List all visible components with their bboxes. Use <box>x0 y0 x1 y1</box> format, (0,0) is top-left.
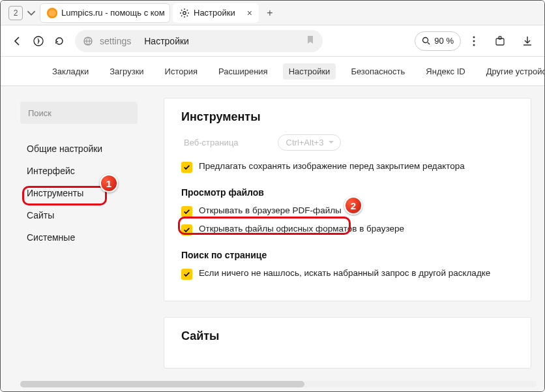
settings-top-tabs: Закладки Загрузки История Расширения Нас… <box>1 57 544 85</box>
disabled-label: Веб-страница <box>184 138 239 147</box>
bookmark-icon[interactable] <box>306 35 315 47</box>
tab-label: Настройки <box>194 8 235 18</box>
shortcut-dropdown[interactable]: Ctrl+Alt+3 <box>278 134 342 151</box>
sites-panel: Сайты <box>164 317 531 369</box>
opt-office-label: Открывать файлы офисных форматов в брауз… <box>199 224 404 234</box>
sidebar-item-general[interactable]: Общие настройки <box>20 138 138 159</box>
tab-count[interactable]: 2 <box>8 6 23 20</box>
page-title-in-url: Настройки <box>144 36 189 46</box>
sidebar-item-interface[interactable]: Интерфейс <box>20 160 138 181</box>
page-search-heading: Поиск по странице <box>181 250 514 260</box>
sidebar-item-sites[interactable]: Сайты <box>20 205 138 226</box>
tab-label: Lumpics.ru - помощь с ком <box>61 8 165 18</box>
svg-point-7 <box>473 36 475 38</box>
tab-lumpics[interactable]: Lumpics.ru - помощь с ком <box>40 3 170 23</box>
toptab-security[interactable]: Безопасность <box>345 63 411 80</box>
url-text: settings <box>100 36 131 46</box>
reload-button[interactable] <box>49 31 70 52</box>
search-placeholder: Поиск <box>28 108 52 118</box>
sidebar-item-tools[interactable]: Инструменты <box>20 183 138 204</box>
settings-search-input[interactable]: Поиск <box>20 102 138 124</box>
callout-2: 2 <box>344 196 362 215</box>
horizontal-scrollbar[interactable] <box>20 381 537 387</box>
address-bar[interactable]: settings Настройки <box>75 30 323 52</box>
chevron-down-icon[interactable] <box>27 8 36 18</box>
opt-layout-label: Если ничего не нашлось, искать набранный… <box>199 268 490 278</box>
globe-icon <box>83 36 93 46</box>
checkbox-save-image[interactable] <box>181 162 192 173</box>
toptab-other-devices[interactable]: Другие устройства <box>480 63 545 80</box>
toptab-extensions[interactable]: Расширения <box>213 63 274 80</box>
toptab-history[interactable]: История <box>159 63 203 80</box>
toptab-bookmarks[interactable]: Закладки <box>46 63 95 80</box>
callout-1: 1 <box>100 174 118 192</box>
downloads-icon[interactable] <box>517 35 538 47</box>
svg-rect-11 <box>499 37 501 39</box>
checkbox-search-layout[interactable] <box>181 269 192 280</box>
site-favicon-icon <box>47 8 57 18</box>
opt-save-image-label: Предлагать сохранять изображение перед з… <box>199 161 465 171</box>
extensions-icon[interactable] <box>490 35 510 47</box>
checkbox-open-pdf[interactable] <box>181 206 192 217</box>
yandex-home-icon[interactable] <box>28 31 49 52</box>
toptab-settings[interactable]: Настройки <box>283 63 336 80</box>
tab-settings[interactable]: Настройки × <box>173 3 259 23</box>
zoom-value: 90 % <box>434 36 454 46</box>
svg-point-8 <box>473 40 475 42</box>
opt-pdf-label: Открывать в браузере PDF-файлы <box>199 205 342 215</box>
close-icon[interactable]: × <box>247 8 252 18</box>
view-files-heading: Просмотр файлов <box>181 187 514 198</box>
gear-icon <box>179 8 190 18</box>
scrollbar-thumb[interactable] <box>20 381 304 387</box>
zoom-indicator[interactable]: 90 % <box>415 31 461 51</box>
toptab-downloads[interactable]: Загрузки <box>104 63 149 80</box>
more-menu-icon[interactable] <box>465 36 483 46</box>
back-button[interactable] <box>7 31 28 52</box>
settings-sidebar: Поиск Общие настройки Интерфейс Инструме… <box>1 86 151 391</box>
new-tab-button[interactable]: + <box>261 5 278 22</box>
tools-heading: Инструменты <box>181 110 514 124</box>
disabled-shortcut-row: Веб-страница Ctrl+Alt+3 <box>181 134 514 151</box>
toptab-yandexid[interactable]: Яндекс ID <box>420 63 471 80</box>
svg-point-0 <box>183 11 186 14</box>
svg-point-6 <box>423 38 428 43</box>
checkbox-open-office[interactable] <box>181 224 192 235</box>
sidebar-item-system[interactable]: Системные <box>20 227 138 248</box>
svg-point-9 <box>473 44 475 46</box>
sites-heading: Сайты <box>181 329 514 343</box>
